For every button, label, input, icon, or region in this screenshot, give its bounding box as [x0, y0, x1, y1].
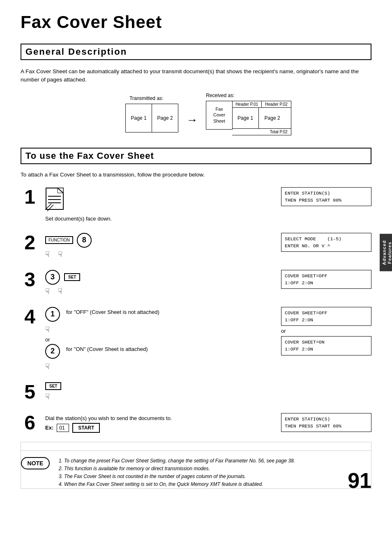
transmitted-section: Transmitted as: Page 1 Page 2 — [125, 95, 178, 132]
step-4-sub-1: 1 for "OFF" (Cover Sheet is not attached… — [45, 307, 281, 322]
to-use-section: To use the Fax Cover Sheet — [21, 148, 371, 164]
finger-icon-7: ☟ — [45, 392, 50, 401]
step-1-text: Set document(s) face down. — [45, 216, 281, 222]
finger-icon-6: ☟ — [45, 362, 50, 371]
step-3: 3 3 SET ☟ ☟ COVER SHEET=OFF 1:O — [21, 268, 371, 296]
received-pages-cells: Page 1 Page 2 — [232, 108, 291, 129]
step-4-fingers-2: ☟ — [45, 362, 281, 371]
note-section: NOTE To change the preset Fax Cover Shee… — [21, 450, 371, 489]
step-3-row: 3 SET ☟ ☟ COVER SHEET=OFF 1:OFF 2:ON — [45, 270, 371, 296]
received-page-2: Page 2 — [259, 108, 286, 128]
general-description-section: General Description — [21, 44, 371, 60]
page-number: 91 — [348, 468, 371, 493]
step-4: 4 1 for "OFF" (Cover Sheet is not attach… — [21, 305, 371, 371]
function-key[interactable]: FUNCTION — [45, 236, 73, 244]
step-4-sub-2: 2 for "ON" (Cover Sheet is attached) — [45, 344, 281, 359]
step-3-display: COVER SHEET=OFF 1:OFF 2:ON — [281, 270, 371, 289]
fax-diagram: Transmitted as: Page 1 Page 2 → Received… — [45, 93, 371, 135]
step-4-text-1: for "OFF" (Cover Sheet is not attached) — [66, 309, 159, 315]
to-use-header: To use the Fax Cover Sheet — [25, 151, 367, 161]
step-3-display-box: COVER SHEET=OFF 1:OFF 2:ON — [281, 270, 371, 289]
step-6-content: Dial the station(s) you wish to send the… — [45, 411, 371, 433]
key-2[interactable]: 2 — [45, 344, 60, 359]
step-5-keys: SET — [45, 382, 371, 390]
ex-input: 01 — [57, 424, 69, 432]
general-description-header: General Description — [25, 46, 367, 57]
step-1-display: ENTER STATION(S) THEN PRESS START 00% — [281, 187, 371, 207]
note-item-1: To change the preset Fax Cover Sheet Set… — [64, 457, 295, 465]
step-1-row: Set document(s) face down. ENTER STATION… — [45, 187, 371, 222]
step-6-display: ENTER STATION(S) THEN PRESS START 00% — [281, 413, 371, 432]
step-2-row: FUNCTION 8 ☟ ☟ SELECT MODE (1-5) ENTER N… — [45, 233, 371, 259]
header-p02: Header P.02 — [262, 101, 291, 107]
step-3-fingers: ☟ ☟ — [45, 287, 281, 296]
step-6-row: Dial the station(s) you wish to send the… — [45, 413, 371, 433]
step-1-left: Set document(s) face down. — [45, 187, 281, 222]
finger-icon-3: ☟ — [45, 287, 50, 296]
page-box-2: Page 2 — [152, 104, 178, 132]
step-5-number: 5 — [21, 382, 39, 402]
step-6-left: Dial the station(s) you wish to send the… — [45, 413, 281, 433]
step-4-left: 1 for "OFF" (Cover Sheet is not attached… — [45, 307, 281, 371]
step-2-number: 2 — [21, 233, 39, 253]
step-4-text-2: for "ON" (Cover Sheet is attached) — [66, 346, 148, 352]
key-8[interactable]: 8 — [77, 233, 92, 248]
steps-section: 1 — [21, 185, 371, 433]
set-key-5[interactable]: SET — [45, 382, 61, 390]
received-label: Received as: — [206, 93, 234, 98]
fax-cover-box: FaxCoverSheet — [206, 101, 233, 130]
step-3-keys: 3 SET — [45, 270, 281, 285]
step-4-content: 1 for "OFF" (Cover Sheet is not attached… — [45, 305, 371, 371]
step-1-display-box: ENTER STATION(S) THEN PRESS START 00% — [281, 187, 371, 207]
finger-icon-4: ☟ — [58, 287, 62, 296]
step-5-fingers: ☟ — [45, 392, 371, 401]
steps-intro: To attach a Fax Cover Sheet to a transmi… — [21, 172, 371, 178]
finger-icon-2: ☟ — [58, 250, 62, 259]
general-description-text: A Fax Cover Sheet can be automatically a… — [21, 67, 371, 84]
key-1[interactable]: 1 — [45, 307, 60, 322]
header-row: Header P.01 Header P.02 — [232, 101, 291, 108]
note-content: To change the preset Fax Cover Sheet Set… — [56, 457, 295, 489]
step-2-display-box: SELECT MODE (1-5) ENTER NO. OR V ^ — [281, 233, 371, 252]
note-item-2: This function is available for memory or… — [64, 465, 295, 473]
step-4-display-1: COVER SHEET=OFF 1:OFF 2:ON — [281, 307, 371, 326]
start-button[interactable]: START — [72, 423, 100, 433]
step-3-content: 3 SET ☟ ☟ COVER SHEET=OFF 1:OFF 2:ON — [45, 268, 371, 296]
header-p01: Header P.01 — [232, 101, 262, 107]
or-text-2: or — [281, 328, 371, 334]
received-pages-table: Header P.01 Header P.02 Page 1 Page 2 To… — [232, 101, 291, 135]
step-2-content: FUNCTION 8 ☟ ☟ SELECT MODE (1-5) ENTER N… — [45, 231, 371, 259]
note-label: NOTE — [21, 457, 50, 469]
step-6: 6 Dial the station(s) you wish to send t… — [21, 411, 371, 433]
page-title: Fax Cover Sheet — [21, 12, 371, 32]
step-2-left: FUNCTION 8 ☟ ☟ — [45, 233, 281, 259]
note-item-4: When the Fax Cover Sheet setting is set … — [64, 481, 295, 488]
key-3[interactable]: 3 — [45, 270, 60, 285]
step-4-displays: COVER SHEET=OFF 1:OFF 2:ON or COVER SHEE… — [281, 307, 371, 355]
set-key-3[interactable]: SET — [64, 273, 80, 281]
or-text-1: or — [45, 337, 281, 343]
side-tab: AdvancedFeatures — [380, 234, 392, 272]
step-5: 5 SET ☟ — [21, 380, 371, 402]
step-4-display-2: COVER SHEET=ON 1:OFF 2:ON — [281, 336, 371, 355]
note-list: To change the preset Fax Cover Sheet Set… — [56, 457, 295, 489]
step-3-number: 3 — [21, 270, 39, 290]
transmitted-label: Transmitted as: — [129, 95, 163, 101]
step-4-number: 4 — [21, 307, 39, 327]
step-2-keys: FUNCTION 8 — [45, 233, 281, 248]
step-6-display-box: ENTER STATION(S) THEN PRESS START 00% — [281, 413, 371, 432]
total-label: Total P.02 — [232, 129, 291, 135]
arrow-icon: → — [186, 114, 198, 127]
step-4-row: 1 for "OFF" (Cover Sheet is not attached… — [45, 307, 371, 371]
step-6-number: 6 — [21, 413, 39, 433]
ex-label: Ex: — [45, 425, 53, 431]
received-section: Received as: FaxCoverSheet Header P.01 H… — [206, 93, 291, 135]
step-5-content: SET ☟ — [45, 380, 371, 401]
step-2-fingers: ☟ ☟ — [45, 250, 281, 259]
step-1-number: 1 — [21, 187, 39, 207]
step-4-fingers-1: ☟ — [45, 325, 281, 334]
document-icon — [45, 187, 68, 212]
finger-icon-1: ☟ — [45, 250, 50, 259]
pages-row: Page 1 Page 2 — [125, 104, 178, 132]
page-box-1: Page 1 — [125, 104, 152, 132]
